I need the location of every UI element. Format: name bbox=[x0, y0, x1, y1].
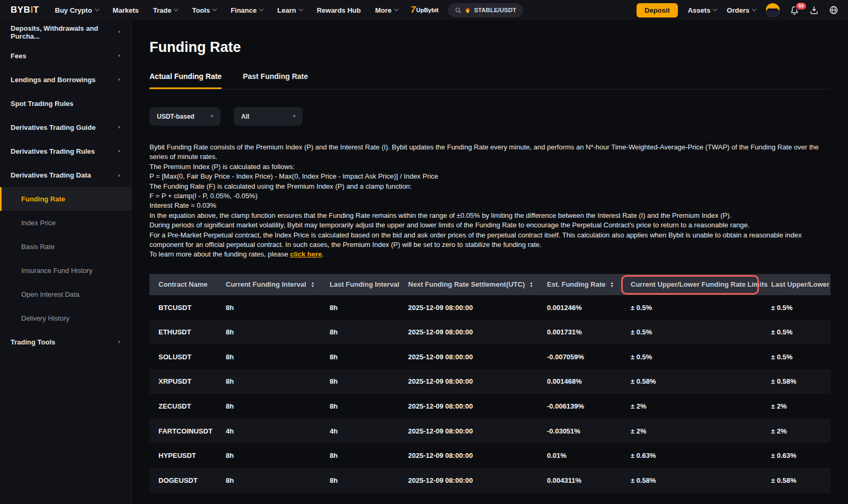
nav-item-trade[interactable]: Trade bbox=[153, 6, 178, 14]
column-header-last-upper-lower-limits: Last Upper/Lower Funding Rate Limits bbox=[771, 280, 831, 288]
caret-down-icon: ▼ bbox=[117, 77, 121, 82]
nav-item-finance[interactable]: Finance bbox=[231, 6, 263, 14]
search-input[interactable]: STABLE/USDT bbox=[448, 3, 523, 17]
nav-item-more[interactable]: More bbox=[375, 6, 398, 14]
last-upper-lower-limits-cell: ± 0.5% bbox=[771, 304, 831, 312]
nav-item-label: Learn bbox=[277, 6, 296, 14]
language-globe-button[interactable] bbox=[829, 5, 838, 15]
est-funding-rate-cell: 0.001246% bbox=[547, 304, 631, 312]
description-line: Bybit Funding Rate consists of the Premi… bbox=[149, 143, 831, 162]
assets-label: Assets bbox=[688, 6, 711, 14]
current-upper-lower-limits-cell: ± 0.5% bbox=[631, 353, 771, 361]
funding-rate-description: Bybit Funding Rate consists of the Premi… bbox=[149, 143, 831, 260]
sidebar-subitem-funding-rate[interactable]: Funding Rate bbox=[0, 187, 131, 211]
next-funding-rate-settlement-cell: 2025-12-09 08:00:00 bbox=[408, 476, 547, 484]
column-header-est-funding-rate[interactable]: Est. Funding Rate▲▼ bbox=[547, 280, 631, 288]
description-line: During periods of significant market vol… bbox=[149, 220, 831, 230]
column-header-label: Current Upper/Lower Funding Rate Limits bbox=[631, 280, 768, 288]
last-upper-lower-limits-cell: ± 0.5% bbox=[771, 353, 831, 361]
sidebar-item-lendings-and-borrowings[interactable]: Lendings and Borrowings▼ bbox=[0, 68, 131, 92]
caret-down-icon: ▼ bbox=[117, 125, 121, 130]
main-content: Funding Rate Actual Funding Rate Past Fu… bbox=[132, 0, 848, 493]
sidebar-item-derivatives-trading-rules[interactable]: Derivatives Trading Rules▼ bbox=[0, 139, 131, 163]
logo-text-end: T bbox=[33, 5, 39, 15]
nav-item-rewards-hub[interactable]: Rewards Hub bbox=[317, 6, 361, 14]
dropdown-value: All bbox=[241, 113, 249, 120]
avatar[interactable] bbox=[766, 3, 780, 17]
filters-row: USDT-based ▼ All ▼ bbox=[149, 107, 831, 126]
sidebar-subitem-delivery-history[interactable]: Delivery History bbox=[0, 306, 131, 330]
sidebar-item-spot-trading-rules[interactable]: Spot Trading Rules bbox=[0, 92, 131, 116]
contract-name-cell: SOLUSDT bbox=[149, 353, 226, 361]
column-header-current-upper-lower-limits: Current Upper/Lower Funding Rate Limits bbox=[631, 280, 771, 288]
chevron-down-icon bbox=[94, 7, 99, 11]
logo-text: BYB bbox=[11, 5, 30, 15]
contract-name-cell: ETHUSDT bbox=[149, 328, 226, 336]
column-header-contract-name: Contract Name bbox=[149, 280, 226, 288]
bybit-logo[interactable]: BYBIT bbox=[11, 5, 39, 15]
description-line: For a Pre-Market Perpetual contract, the… bbox=[149, 231, 831, 250]
chevron-down-icon bbox=[713, 7, 717, 11]
nav-item-learn[interactable]: Learn bbox=[277, 6, 302, 14]
assets-menu[interactable]: Assets bbox=[688, 6, 717, 14]
est-funding-rate-cell: -0.007059% bbox=[547, 353, 631, 361]
nav-item-buy-crypto[interactable]: Buy Crypto bbox=[55, 6, 99, 14]
nav-item-label: Trade bbox=[153, 6, 172, 14]
column-header-next-funding-rate-settlement[interactable]: Next Funding Rate Settlement(UTC)▲▼ bbox=[408, 280, 547, 288]
sidebar-subitem-insurance-fund-history[interactable]: Insurance Fund History bbox=[0, 259, 131, 282]
nav-item-label: Markets bbox=[113, 6, 139, 14]
sidebar-item-fees[interactable]: Fees▼ bbox=[0, 44, 131, 68]
caret-down-icon: ▼ bbox=[292, 114, 296, 119]
last-funding-interval-cell: 8h bbox=[330, 304, 408, 312]
description-line: The Funding Rate (F) is calculated using… bbox=[149, 182, 831, 191]
search-icon bbox=[455, 7, 462, 14]
notifications-button[interactable]: 55 bbox=[790, 5, 799, 15]
contract-name-cell: HYPEUSDT bbox=[149, 452, 226, 459]
chevron-down-icon bbox=[213, 7, 217, 11]
nav-item-markets[interactable]: Markets bbox=[113, 6, 139, 14]
nav-item-label: Rewards Hub bbox=[317, 6, 361, 14]
sort-icon[interactable]: ▲▼ bbox=[611, 281, 614, 287]
deposit-button[interactable]: Deposit bbox=[637, 3, 678, 17]
next-funding-rate-settlement-cell: 2025-12-09 08:00:00 bbox=[408, 377, 547, 385]
sidebar-item-deposits-withdrawals-and-purcha[interactable]: Deposits, Withdrawals and Purcha...▼ bbox=[0, 20, 131, 44]
sidebar-item-label: Spot Trading Rules bbox=[11, 100, 73, 108]
last-upper-lower-limits-cell: ± 0.58% bbox=[771, 377, 831, 385]
est-funding-rate-cell: 0.01% bbox=[547, 452, 631, 459]
chevron-down-icon bbox=[394, 7, 399, 11]
sidebar-subitem-index-price[interactable]: Index Price bbox=[0, 211, 131, 235]
nav-item-tools[interactable]: Tools bbox=[192, 6, 216, 14]
current-upper-lower-limits-cell: ± 0.58% bbox=[631, 476, 771, 484]
tab-actual-funding-rate[interactable]: Actual Funding Rate bbox=[149, 72, 222, 89]
last-funding-interval-cell: 8h bbox=[330, 476, 408, 484]
settlement-currency-dropdown[interactable]: USDT-based ▼ bbox=[149, 107, 220, 126]
sidebar-subitem-open-interest-data[interactable]: Open Interest Data bbox=[0, 282, 131, 306]
column-header-last-funding-interval: Last Funding Interval bbox=[330, 280, 408, 288]
contract-filter-dropdown[interactable]: All ▼ bbox=[234, 107, 303, 126]
upbybit-promo-link[interactable]: 7 UpBybit bbox=[411, 5, 439, 15]
table-header-row: Contract NameCurrent Funding Interval▲▼L… bbox=[149, 274, 831, 295]
sidebar-item-label: Lendings and Borrowings bbox=[11, 76, 95, 84]
orders-menu[interactable]: Orders bbox=[727, 6, 756, 14]
column-header-label: Next Funding Rate Settlement(UTC) bbox=[408, 280, 525, 288]
sidebar-item-derivatives-trading-guide[interactable]: Derivatives Trading Guide▼ bbox=[0, 116, 131, 139]
sort-icon[interactable]: ▲▼ bbox=[311, 281, 314, 287]
description-line: Interest Rate = 0.03% bbox=[149, 201, 831, 210]
chevron-down-icon bbox=[752, 7, 756, 11]
last-funding-interval-cell: 8h bbox=[330, 353, 408, 361]
click-here-link[interactable]: click here bbox=[290, 250, 322, 258]
table-row: ETHUSDT8h8h2025-12-09 08:00:000.001731%±… bbox=[149, 320, 831, 344]
description-link-line: To learn more about the funding rates, p… bbox=[149, 250, 831, 259]
chevron-down-icon bbox=[259, 7, 263, 11]
sidebar-item-derivatives-trading-data[interactable]: Derivatives Trading Data▲ bbox=[0, 163, 131, 187]
tab-past-funding-rate[interactable]: Past Funding Rate bbox=[243, 72, 308, 89]
sidebar-subitem-basis-rate[interactable]: Basis Rate bbox=[0, 235, 131, 259]
download-app-button[interactable] bbox=[809, 5, 819, 15]
link-line-suffix: . bbox=[322, 250, 324, 258]
search-hot-pair: STABLE/USDT bbox=[474, 7, 516, 13]
column-header-current-funding-interval[interactable]: Current Funding Interval▲▼ bbox=[226, 280, 330, 288]
sidebar-item-trading-tools[interactable]: Trading Tools▼ bbox=[0, 330, 131, 354]
sidebar-item-label: Fees bbox=[11, 52, 26, 60]
sort-icon[interactable]: ▲▼ bbox=[529, 281, 533, 287]
current-funding-interval-cell: 4h bbox=[226, 427, 330, 435]
